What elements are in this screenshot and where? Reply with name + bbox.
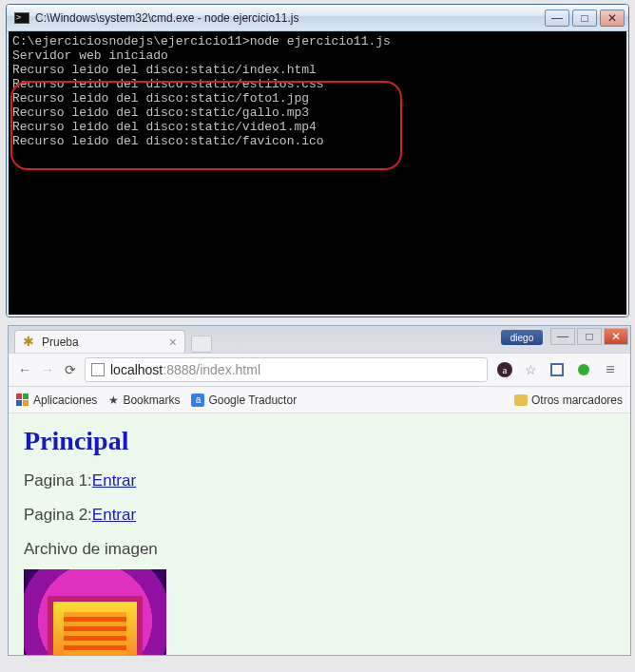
profile-badge[interactable]: diego xyxy=(501,330,543,345)
other-bookmarks-label: Otros marcadores xyxy=(531,394,623,407)
cmd-titlebar[interactable]: C:\Windows\system32\cmd.exe - node ejerc… xyxy=(7,5,628,31)
cmd-output-line: Recurso leido del disco:static/estilos.c… xyxy=(12,77,623,91)
browser-toolbar: ← → ⟳ localhost:8888/index.html a ☆ ≡ xyxy=(9,353,630,387)
star-icon: ★ xyxy=(108,394,119,407)
browser-window: Prueba × diego — □ ✕ ← → ⟳ localhost:888… xyxy=(8,325,631,656)
url-rest: :8888/index.html xyxy=(163,362,260,377)
cmd-output-line: Recurso leido del disco:static/video1.mp… xyxy=(12,120,623,134)
browser-minimize-button[interactable]: — xyxy=(550,328,575,345)
tab-title: Prueba xyxy=(42,336,167,349)
cmd-window: C:\Windows\system32\cmd.exe - node ejerc… xyxy=(6,4,629,317)
browser-close-button[interactable]: ✕ xyxy=(604,328,628,345)
browser-tab[interactable]: Prueba × xyxy=(14,330,185,353)
image-thumbnail xyxy=(24,569,166,655)
tab-close-button[interactable]: × xyxy=(167,335,179,350)
cmd-minimize-button[interactable]: — xyxy=(545,10,569,27)
cmd-icon xyxy=(14,12,29,24)
reload-button[interactable]: ⟳ xyxy=(62,361,79,378)
extension-green-icon[interactable] xyxy=(578,364,589,375)
cmd-maximize-button[interactable]: □ xyxy=(572,10,597,27)
apps-icon xyxy=(16,394,29,407)
cmd-output-line: Servidor web iniciado xyxy=(12,48,623,63)
bookmark-item[interactable]: a Google Traductor xyxy=(191,394,297,407)
bookmark-star-icon[interactable]: ☆ xyxy=(522,361,539,378)
page-content: Principal Pagina 1:Entrar Pagina 2:Entra… xyxy=(9,413,630,655)
page-title: Principal xyxy=(24,425,615,457)
page2-label: Pagina 2: xyxy=(24,506,92,524)
address-bar[interactable]: localhost:8888/index.html xyxy=(85,357,488,382)
translate-icon: a xyxy=(191,394,204,407)
extension-box-icon[interactable] xyxy=(550,363,564,376)
extension-amazon-icon[interactable]: a xyxy=(497,362,512,377)
new-tab-button[interactable] xyxy=(191,336,212,353)
other-bookmarks-button[interactable]: Otros marcadores xyxy=(514,394,623,407)
browser-maximize-button[interactable]: □ xyxy=(577,328,602,345)
cmd-prompt-line: C:\ejerciciosnodejs\ejercicio11>node eje… xyxy=(12,34,623,48)
cmd-output-line: Recurso leido del disco:static/index.htm… xyxy=(12,63,623,77)
back-button[interactable]: ← xyxy=(16,361,33,378)
cmd-output-line: Recurso leido del disco:static/gallo.mp3 xyxy=(12,106,623,120)
cmd-output-line: Recurso leido del disco:static/favicon.i… xyxy=(12,134,623,148)
bookmark-label: Google Traductor xyxy=(208,394,297,407)
forward-button[interactable]: → xyxy=(39,361,56,378)
bookmarks-bar: Aplicaciones ★ Bookmarks a Google Traduc… xyxy=(9,387,630,413)
page-icon xyxy=(91,363,105,376)
apps-label: Aplicaciones xyxy=(33,394,97,407)
image-section-title: Archivo de imagen xyxy=(24,539,615,560)
url-host: localhost xyxy=(110,362,163,377)
bookmark-label: Bookmarks xyxy=(123,394,180,407)
cmd-body: C:\ejerciciosnodejs\ejercicio11>node eje… xyxy=(7,31,628,317)
menu-button[interactable]: ≡ xyxy=(602,361,619,378)
cmd-title: C:\Windows\system32\cmd.exe - node ejerc… xyxy=(35,11,545,25)
page1-label: Pagina 1: xyxy=(24,471,92,490)
browser-tabstrip: Prueba × diego — □ ✕ xyxy=(9,326,630,353)
page2-link[interactable]: Entrar xyxy=(92,506,136,524)
apps-button[interactable]: Aplicaciones xyxy=(16,394,97,407)
page1-link[interactable]: Entrar xyxy=(92,471,136,490)
folder-icon xyxy=(514,394,528,406)
cmd-output-line: Recurso leido del disco:static/foto1.jpg xyxy=(12,91,623,106)
favicon-icon xyxy=(23,336,36,349)
bookmark-item[interactable]: ★ Bookmarks xyxy=(108,394,180,407)
cmd-close-button[interactable]: ✕ xyxy=(600,10,625,27)
